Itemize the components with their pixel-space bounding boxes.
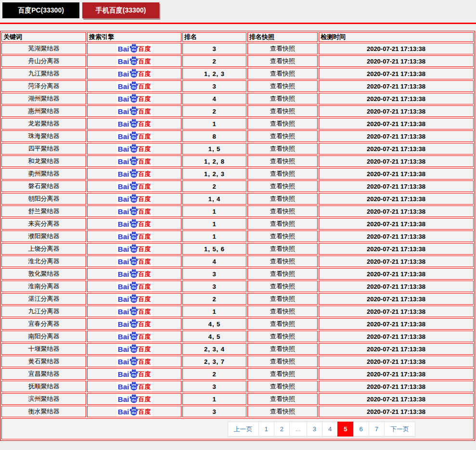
baidu-paw-icon: du <box>129 43 139 53</box>
baidu-paw-icon: du <box>129 394 139 403</box>
view-snapshot-link[interactable]: 查看快照 <box>270 120 295 127</box>
page-button-5-active[interactable]: 5 <box>337 422 353 437</box>
baidu-logo-bai-text: Bai <box>118 45 129 52</box>
view-snapshot-link[interactable]: 查看快照 <box>270 358 295 365</box>
time-cell: 2020-07-21 17:13:38 <box>319 155 474 167</box>
view-snapshot-link[interactable]: 查看快照 <box>270 257 295 265</box>
baidu-logo-cn-text: 百度 <box>138 409 151 415</box>
view-snapshot-link[interactable]: 查看快照 <box>270 207 295 215</box>
engine-cell: Bai du 百度 <box>87 218 181 230</box>
baidu-logo: Bai du 百度 <box>116 281 152 292</box>
baidu-logo-bai-text: Bai <box>118 158 129 165</box>
view-snapshot-link[interactable]: 查看快照 <box>270 132 295 140</box>
rank-table: 关键词 搜索引擎 排名 排名快照 检测时间 芜湖聚结器 Bai du <box>0 31 475 441</box>
baidu-logo: Bai du 百度 <box>116 81 152 91</box>
page-button-1[interactable]: 1 <box>258 422 274 437</box>
view-snapshot-link[interactable]: 查看快照 <box>270 82 295 90</box>
baidu-logo-cn-text: 百度 <box>138 196 151 202</box>
view-snapshot-link[interactable]: 查看快照 <box>270 95 295 102</box>
view-snapshot-link[interactable]: 查看快照 <box>270 232 295 240</box>
rank-cell: 2 <box>182 368 246 380</box>
page-button-2[interactable]: 2 <box>274 422 290 437</box>
tab-baidu-pc[interactable]: 百度PC(33300) <box>2 2 79 18</box>
rank-cell: 3 <box>182 268 246 280</box>
keyword-cell: 湛江分离器 <box>1 293 86 305</box>
svg-text:du: du <box>132 185 137 190</box>
svg-text:du: du <box>132 310 137 315</box>
page-button-4[interactable]: 4 <box>322 422 338 437</box>
divider-line <box>0 23 476 24</box>
view-snapshot-link[interactable]: 查看快照 <box>270 283 295 290</box>
view-snapshot-link[interactable]: 查看快照 <box>270 57 295 64</box>
view-snapshot-link[interactable]: 查看快照 <box>270 395 295 402</box>
svg-text:du: du <box>132 248 137 252</box>
table-row: 南阳分离器 Bai du 百度 4, 5 查看快照 2020-07-21 17:… <box>1 331 474 342</box>
view-snapshot-link[interactable]: 查看快照 <box>270 195 295 202</box>
baidu-logo: Bai du 百度 <box>116 294 152 304</box>
table-row: 抚顺聚结器 Bai du 百度 3 查看快照 2020-07-21 17:13:… <box>1 381 474 392</box>
keyword-cell: 朝阳分离器 <box>1 193 86 205</box>
view-snapshot-link[interactable]: 查看快照 <box>270 45 295 52</box>
svg-text:du: du <box>132 398 137 402</box>
keyword-cell: 舟山分离器 <box>1 55 86 67</box>
baidu-logo-bai-text: Bai <box>118 396 129 403</box>
view-snapshot-link[interactable]: 查看快照 <box>270 245 295 252</box>
view-snapshot-link[interactable]: 查看快照 <box>270 220 295 227</box>
keyword-cell: 惠州聚结器 <box>1 105 86 117</box>
rank-cell: 2, 3, 7 <box>182 356 246 367</box>
view-snapshot-link[interactable]: 查看快照 <box>270 333 295 340</box>
tab-baidu-mobile[interactable]: 手机百度(33300) <box>82 2 159 18</box>
baidu-logo-bai-text: Bai <box>118 371 129 378</box>
rank-cell: 1, 5, 6 <box>182 243 246 255</box>
baidu-logo: Bai du 百度 <box>116 256 152 267</box>
view-snapshot-link[interactable]: 查看快照 <box>270 308 295 315</box>
table-row: 惠州聚结器 Bai du 百度 2 查看快照 2020-07-21 17:13:… <box>1 105 474 117</box>
view-snapshot-link[interactable]: 查看快照 <box>270 182 295 190</box>
time-cell: 2020-07-21 17:13:38 <box>319 368 474 380</box>
table-row: 来宾分离器 Bai du 百度 1 查看快照 2020-07-21 17:13:… <box>1 218 474 230</box>
engine-cell: Bai du 百度 <box>87 43 181 54</box>
view-snapshot-link[interactable]: 查看快照 <box>270 270 295 277</box>
baidu-logo-cn-text: 百度 <box>138 246 151 252</box>
table-row: 芜湖聚结器 Bai du 百度 3 查看快照 2020-07-21 17:13:… <box>1 43 474 54</box>
view-snapshot-link[interactable]: 查看快照 <box>270 370 295 377</box>
time-cell: 2020-07-21 17:13:38 <box>319 93 474 104</box>
view-snapshot-link[interactable]: 查看快照 <box>270 157 295 165</box>
page-button-3[interactable]: 3 <box>307 422 322 437</box>
baidu-logo-cn-text: 百度 <box>138 309 151 315</box>
baidu-logo: Bai du 百度 <box>116 168 152 179</box>
prev-page-button[interactable]: 上一页 <box>228 422 259 437</box>
table-row: 十堰聚结器 Bai du 百度 2, 3, 4 查看快照 2020-07-21 … <box>1 343 474 355</box>
view-snapshot-link[interactable]: 查看快照 <box>270 145 295 152</box>
engine-cell: Bai du 百度 <box>87 68 181 79</box>
view-snapshot-link[interactable]: 查看快照 <box>270 345 295 352</box>
next-page-button[interactable]: 下一页 <box>384 422 415 437</box>
view-snapshot-link[interactable]: 查看快照 <box>270 408 295 415</box>
rank-cell: 8 <box>182 130 246 142</box>
baidu-logo-cn-text: 百度 <box>138 221 151 227</box>
view-snapshot-link[interactable]: 查看快照 <box>270 383 295 390</box>
baidu-paw-icon: du <box>129 81 139 90</box>
view-snapshot-link[interactable]: 查看快照 <box>270 107 295 115</box>
view-snapshot-link[interactable]: 查看快照 <box>270 295 295 302</box>
snapshot-cell: 查看快照 <box>247 43 318 54</box>
baidu-logo-cn-text: 百度 <box>138 96 151 102</box>
page-button-6[interactable]: 6 <box>353 422 369 437</box>
svg-text:du: du <box>132 123 137 127</box>
view-snapshot-link[interactable]: 查看快照 <box>270 70 295 77</box>
rank-cell: 4, 5 <box>182 331 246 342</box>
baidu-paw-icon: du <box>129 331 139 341</box>
snapshot-cell: 查看快照 <box>247 193 318 205</box>
baidu-paw-icon: du <box>129 256 139 266</box>
snapshot-cell: 查看快照 <box>247 143 318 154</box>
time-cell: 2020-07-21 17:13:38 <box>319 168 474 180</box>
snapshot-cell: 查看快照 <box>247 118 318 129</box>
page-button-7[interactable]: 7 <box>369 422 385 437</box>
time-cell: 2020-07-21 17:13:38 <box>319 356 474 367</box>
baidu-logo-bai-text: Bai <box>118 208 129 215</box>
keyword-cell: 抚顺聚结器 <box>1 381 86 392</box>
view-snapshot-link[interactable]: 查看快照 <box>270 320 295 327</box>
table-row: 滨州聚结器 Bai du 百度 1 查看快照 2020-07-21 17:13:… <box>1 393 474 405</box>
baidu-logo: Bai du 百度 <box>116 406 152 417</box>
view-snapshot-link[interactable]: 查看快照 <box>270 170 295 177</box>
